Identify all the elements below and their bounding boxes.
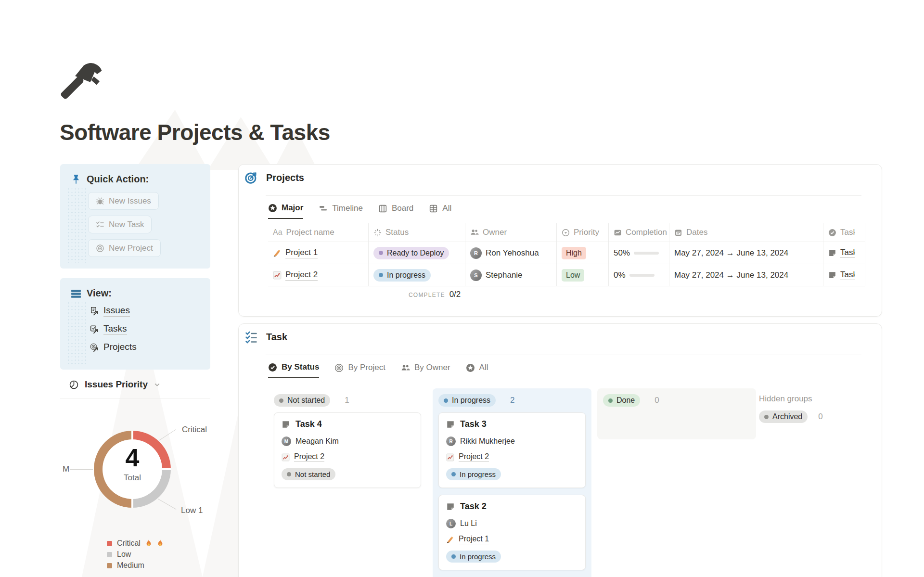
tab-by-owner-label: By Owner [414, 363, 450, 372]
status-cell[interactable]: In progress [369, 264, 465, 286]
column-label: Owner [483, 228, 507, 237]
sidebar-link-projects[interactable]: Projects [89, 342, 137, 353]
page-arrow-icon [89, 306, 99, 316]
table-calculation[interactable]: COMPLETE 0/2 [409, 290, 461, 299]
group-label: Not started [287, 396, 325, 405]
task-project-link[interactable]: Project 2 [459, 452, 489, 462]
tab-board[interactable]: Board [378, 203, 413, 219]
issues-priority-toggle[interactable]: Issues Priority [69, 379, 161, 390]
status-pill: In progress [373, 269, 431, 282]
sidebar-link-tasks[interactable]: Tasks [89, 323, 137, 335]
task-status-pill: In progress [446, 551, 501, 563]
column-header-dates[interactable]: Dates [669, 223, 823, 242]
dates-cell[interactable]: May 27, 2024 → June 13, 2024 [669, 264, 823, 286]
new-task-button[interactable]: New Task [88, 216, 152, 233]
task-arrow-icon [89, 324, 99, 334]
target-icon [96, 244, 104, 253]
owner-cell[interactable]: S Stephanie [465, 264, 557, 286]
new-issues-label: New Issues [109, 196, 151, 206]
tasks-cell[interactable]: Tasks [823, 242, 865, 264]
task-project-link[interactable]: Project 1 [459, 535, 489, 544]
priority-cell[interactable]: Low [557, 264, 609, 286]
page-icon [828, 271, 836, 279]
sidebar-link-issues[interactable]: Issues [89, 305, 137, 317]
status-dot [279, 398, 283, 403]
new-project-button[interactable]: New Project [88, 239, 161, 257]
column-header-owner[interactable]: Owner [465, 223, 557, 242]
tab-timeline[interactable]: Timeline [319, 203, 363, 219]
donut-legend: Critical Low Medium [107, 539, 164, 570]
tab-by-owner[interactable]: By Owner [401, 362, 450, 378]
divider [266, 195, 861, 196]
donut-label-medium: M [63, 464, 71, 474]
spinner-icon [373, 229, 382, 237]
group-pill: Done [603, 394, 640, 407]
column-label: Project name [286, 228, 334, 237]
quick-action-panel: Quick Action: New Issues [60, 164, 210, 269]
tab-major[interactable]: Major [268, 203, 303, 219]
owner-cell[interactable]: R Ron Yehoshua [465, 242, 557, 264]
legend-label: Medium [117, 561, 144, 570]
task-project-link[interactable]: Project 2 [294, 452, 324, 462]
priority-cell[interactable]: High [557, 242, 609, 264]
status-label: In progress [460, 470, 496, 478]
priority-tag: High [562, 247, 586, 259]
chevron-down-icon [154, 381, 161, 388]
tasks-cell[interactable]: Tasks [823, 264, 865, 286]
sidebar-link-issues-label: Issues [103, 305, 130, 317]
column-header-status[interactable]: Status [369, 223, 465, 242]
tab-major-label: Major [282, 203, 303, 213]
table-row-project-2: Project 2 In progress S Stephanie Low [268, 264, 865, 286]
kanban-column-done: Done 0 [597, 388, 756, 439]
project-link[interactable]: Project 1 [285, 248, 318, 258]
new-issues-button[interactable]: New Issues [88, 192, 159, 210]
task-card: Task By Status By Project By Owner [238, 323, 882, 577]
writing-hand-icon [273, 249, 282, 257]
calc-label: COMPLETE [409, 292, 445, 298]
project-name-cell[interactable]: Project 2 [268, 264, 369, 286]
task-relation-link[interactable]: Tasks [840, 270, 855, 280]
writing-hand-icon [446, 536, 454, 544]
column-header-project-name[interactable]: Aa Project name [268, 223, 369, 242]
tab-all-label: All [442, 204, 451, 213]
tab-all-tasks[interactable]: All [466, 362, 488, 378]
column-label: Tasks [840, 228, 855, 237]
task-card-task-4[interactable]: Task 4 M Meagan Kim Project 2 Not starte… [274, 412, 421, 488]
task-card-task-2[interactable]: Task 2 L Lu Li Project 1 In progress [438, 495, 586, 570]
new-task-label: New Task [109, 220, 144, 230]
completion-cell[interactable]: 0% [609, 264, 669, 286]
legend-label: Critical [117, 539, 141, 548]
column-header-tasks[interactable]: Tasks [823, 223, 865, 242]
progress-bar [629, 274, 654, 277]
dates-cell[interactable]: May 27, 2024 → June 13, 2024 [669, 242, 823, 264]
hidden-group-archived[interactable]: Archived 0 [759, 410, 823, 423]
task-owner: Rikki Mukherjee [460, 437, 515, 446]
callout-line [70, 469, 93, 470]
tab-all[interactable]: All [429, 203, 451, 219]
star-circle-icon [268, 204, 277, 213]
project-link[interactable]: Project 2 [285, 270, 318, 281]
group-pill: Not started [274, 394, 330, 407]
tab-by-project[interactable]: By Project [334, 362, 385, 378]
text-icon: Aa [273, 228, 282, 237]
avatar: R [470, 247, 482, 259]
column-header-priority[interactable]: Priority [557, 223, 609, 242]
status-cell[interactable]: Ready to Deploy [369, 242, 465, 264]
kanban-column-header[interactable]: Done 0 [597, 388, 756, 411]
column-header-completion[interactable]: Completion [609, 223, 669, 242]
tab-by-status[interactable]: By Status [268, 362, 319, 378]
completion-value: 0% [614, 270, 626, 280]
task-relation-link[interactable]: Tasks [840, 248, 855, 258]
task-card-task-3[interactable]: Task 3 R Rikki Mukherjee Project 2 In pr… [438, 412, 586, 488]
avatar: M [282, 436, 291, 446]
kanban-column-header[interactable]: In progress 2 [433, 388, 591, 411]
calc-value: 0/2 [449, 290, 461, 299]
group-label: Archived [772, 412, 802, 421]
tab-all-tasks-label: All [479, 363, 488, 372]
kanban-column-header[interactable]: Not started 1 [268, 388, 427, 411]
completion-cell[interactable]: 50% [609, 242, 669, 264]
hammer-icon[interactable] [61, 59, 107, 107]
projects-card-title: Projects [266, 172, 304, 183]
project-name-cell[interactable]: Project 1 [268, 242, 369, 264]
chart-increasing-icon [446, 453, 454, 462]
